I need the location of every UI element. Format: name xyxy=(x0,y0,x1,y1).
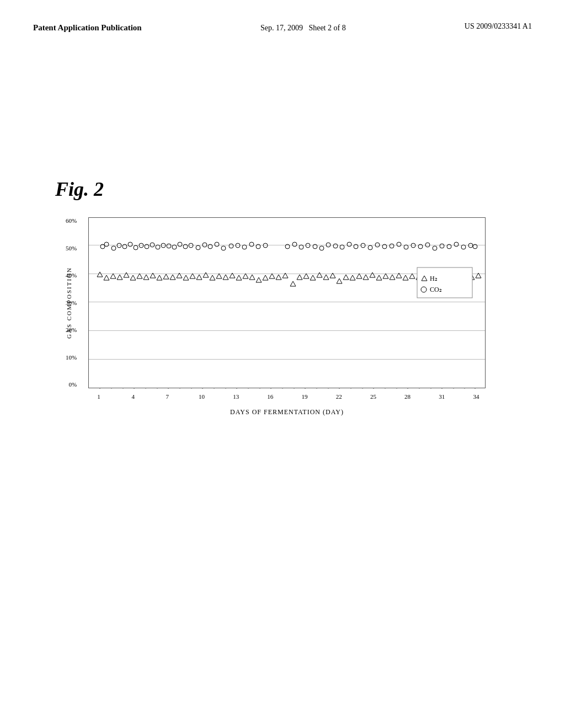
svg-point-52 xyxy=(454,242,459,247)
svg-marker-66 xyxy=(163,274,169,279)
svg-marker-85 xyxy=(290,281,296,286)
svg-point-48 xyxy=(425,243,430,247)
svg-point-17 xyxy=(196,245,200,250)
svg-point-2 xyxy=(111,246,116,250)
x-label-7: 7 xyxy=(162,393,173,400)
svg-point-3 xyxy=(117,243,121,248)
svg-marker-68 xyxy=(177,273,182,278)
svg-marker-82 xyxy=(269,274,275,279)
svg-point-9 xyxy=(150,243,154,247)
svg-marker-80 xyxy=(256,277,262,282)
svg-marker-77 xyxy=(236,275,242,280)
svg-point-29 xyxy=(292,242,297,247)
svg-point-38 xyxy=(354,244,358,249)
svg-marker-89 xyxy=(317,272,322,277)
svg-point-53 xyxy=(461,245,466,249)
svg-marker-64 xyxy=(150,273,156,278)
svg-point-49 xyxy=(433,246,437,250)
y-label-10: 10% xyxy=(66,355,77,361)
svg-marker-60 xyxy=(124,272,129,277)
svg-marker-99 xyxy=(383,274,388,279)
y-label-30: 30% xyxy=(66,300,77,306)
y-label-40: 40% xyxy=(66,272,77,279)
svg-marker-84 xyxy=(282,273,288,278)
svg-marker-83 xyxy=(276,275,281,280)
svg-marker-96 xyxy=(363,275,369,280)
svg-point-28 xyxy=(285,244,290,249)
svg-point-12 xyxy=(167,244,171,248)
svg-point-31 xyxy=(306,243,310,248)
svg-text:H₂: H₂ xyxy=(430,275,438,282)
svg-rect-148 xyxy=(417,267,472,298)
svg-point-54 xyxy=(468,243,473,248)
svg-point-32 xyxy=(313,244,317,249)
x-label-10: 10 xyxy=(196,393,207,400)
svg-point-51 xyxy=(447,244,451,249)
svg-marker-59 xyxy=(117,275,122,280)
svg-point-16 xyxy=(189,243,193,248)
svg-marker-62 xyxy=(137,274,142,279)
svg-marker-71 xyxy=(196,275,202,280)
svg-marker-88 xyxy=(310,275,316,280)
svg-point-23 xyxy=(236,243,240,248)
svg-point-40 xyxy=(368,245,372,250)
svg-marker-78 xyxy=(243,274,248,279)
svg-point-18 xyxy=(202,243,207,247)
svg-point-25 xyxy=(249,242,254,247)
svg-point-15 xyxy=(183,244,188,249)
x-label-28: 28 xyxy=(402,393,413,400)
svg-point-7 xyxy=(139,243,143,248)
svg-marker-92 xyxy=(337,279,342,283)
svg-marker-72 xyxy=(203,272,209,277)
x-axis-label: DAYS OF FERMENTATION (DAY) xyxy=(88,408,486,416)
svg-marker-61 xyxy=(130,275,136,280)
x-axis-ticks xyxy=(100,388,475,389)
svg-marker-70 xyxy=(190,274,195,279)
svg-marker-58 xyxy=(110,274,116,279)
chart-container: GAS COMPOSITION 0% 10% 20% 30% 40% 50% 6… xyxy=(55,217,486,416)
svg-marker-57 xyxy=(104,275,109,280)
header: Patent Application Publication Sep. 17, … xyxy=(33,22,532,34)
svg-point-27 xyxy=(263,243,268,248)
y-label-60: 60% xyxy=(66,218,77,224)
svg-marker-76 xyxy=(230,273,235,278)
page: Patent Application Publication Sep. 17, … xyxy=(0,0,565,728)
svg-marker-101 xyxy=(396,273,402,278)
co2-series xyxy=(100,242,477,250)
svg-marker-98 xyxy=(376,275,382,280)
svg-point-33 xyxy=(319,246,324,250)
svg-marker-102 xyxy=(403,275,408,280)
svg-marker-65 xyxy=(157,275,162,280)
svg-point-41 xyxy=(375,243,380,247)
svg-point-21 xyxy=(221,246,226,250)
svg-point-26 xyxy=(256,244,260,249)
svg-point-24 xyxy=(242,245,247,249)
svg-point-10 xyxy=(156,245,160,249)
svg-point-44 xyxy=(397,242,401,247)
svg-point-5 xyxy=(128,242,132,247)
svg-point-1 xyxy=(104,242,109,247)
figure-label: Fig. 2 xyxy=(55,178,532,201)
svg-marker-86 xyxy=(297,275,302,280)
x-label-19: 19 xyxy=(299,393,310,400)
svg-marker-100 xyxy=(390,275,395,280)
header-date-sheet: Sep. 17, 2009 Sheet 2 of 8 xyxy=(260,22,346,34)
svg-marker-63 xyxy=(143,275,149,280)
svg-point-43 xyxy=(390,244,394,248)
svg-marker-79 xyxy=(249,275,255,280)
svg-point-42 xyxy=(382,244,387,249)
svg-marker-69 xyxy=(183,275,189,280)
svg-point-46 xyxy=(411,243,415,248)
header-date: Sep. 17, 2009 xyxy=(260,24,303,32)
x-axis-minor-ticks xyxy=(111,388,465,389)
svg-marker-90 xyxy=(323,275,329,280)
svg-marker-91 xyxy=(330,273,335,278)
x-label-34: 34 xyxy=(471,393,482,400)
svg-marker-103 xyxy=(409,274,415,279)
svg-point-45 xyxy=(404,245,408,249)
x-label-4: 4 xyxy=(127,393,138,400)
y-label-20: 20% xyxy=(66,327,77,333)
svg-point-20 xyxy=(215,242,219,247)
svg-point-50 xyxy=(440,244,444,248)
svg-marker-56 xyxy=(97,272,103,277)
